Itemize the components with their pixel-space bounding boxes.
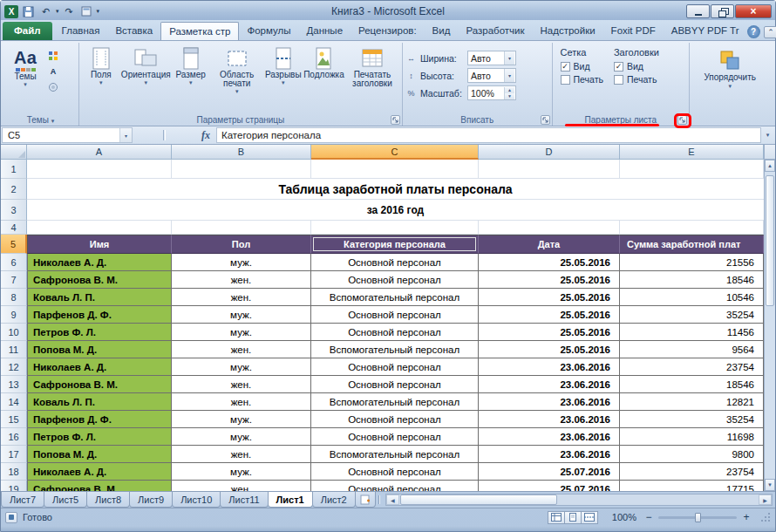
cell[interactable]: Сафронова В. М. xyxy=(27,271,172,289)
gridlines-view-checkbox[interactable]: ✓ Вид xyxy=(561,61,603,72)
orientation-button[interactable]: Ориентация ▾ xyxy=(120,45,172,112)
width-select[interactable]: Авто▾ xyxy=(467,51,516,65)
zoom-track[interactable] xyxy=(658,516,737,519)
tab-page-layout[interactable]: Разметка стр xyxy=(160,22,239,40)
tab-view[interactable]: Вид xyxy=(425,22,459,40)
row-header[interactable]: 19 xyxy=(1,481,27,491)
tab-developer[interactable]: Разработчик xyxy=(458,22,532,40)
cell[interactable]: 23754 xyxy=(620,463,764,481)
cell[interactable]: жен. xyxy=(172,481,311,491)
cell[interactable]: 25.05.2016 xyxy=(479,341,620,358)
print-titles-button[interactable]: Печатать заголовки xyxy=(345,45,399,112)
help-icon[interactable]: ? xyxy=(747,25,760,38)
name-box-dropdown-icon[interactable]: ▾ xyxy=(119,128,132,142)
cell[interactable]: Попова М. Д. xyxy=(27,341,172,358)
theme-colors-button[interactable] xyxy=(45,49,61,63)
header-cell[interactable]: Пол xyxy=(172,235,311,254)
cell[interactable]: 25.05.2016 xyxy=(479,289,620,306)
table-subtitle-cell[interactable]: за 2016 год xyxy=(27,200,764,221)
save-button[interactable] xyxy=(21,4,36,18)
scale-stepper[interactable]: 100%▲▼ xyxy=(467,85,516,100)
normal-view-button[interactable] xyxy=(548,511,565,524)
cell[interactable]: Основной персонал xyxy=(311,376,479,393)
cell[interactable]: муж. xyxy=(172,254,311,271)
column-header-selected[interactable]: C xyxy=(311,145,479,160)
cell[interactable]: Основной персонал xyxy=(311,463,479,481)
cell[interactable]: Сафронова В. М. xyxy=(27,376,172,393)
cell[interactable]: 21556 xyxy=(620,254,764,271)
page-setup-dialog-launcher[interactable] xyxy=(391,115,400,125)
tab-review[interactable]: Рецензиров: xyxy=(351,22,425,40)
row-header[interactable]: 17 xyxy=(1,446,27,463)
table-title-cell[interactable]: Таблица заработной платы персонала xyxy=(27,179,764,200)
sheet-tab[interactable]: Лист8 xyxy=(86,492,130,508)
scroll-down-icon[interactable]: ▼ xyxy=(765,479,775,491)
cell[interactable]: Петров Ф. Л. xyxy=(27,324,172,341)
headings-print-checkbox[interactable]: Печать xyxy=(614,74,659,85)
tab-splitter-handle[interactable] xyxy=(376,492,383,508)
cell[interactable] xyxy=(27,160,172,179)
breaks-button[interactable]: Разрывы ▾ xyxy=(264,45,303,112)
cell[interactable]: 25.07.2016 xyxy=(479,463,620,481)
cell[interactable]: жен. xyxy=(172,341,311,358)
cell[interactable]: 25.05.2016 xyxy=(479,271,620,289)
sheet-tab[interactable]: Лист10 xyxy=(172,492,221,508)
collapse-ribbon-button[interactable]: ⌃ xyxy=(764,26,776,38)
row-header[interactable]: 4 xyxy=(1,221,27,235)
cell[interactable]: жен. xyxy=(172,446,311,463)
row-header[interactable]: 13 xyxy=(1,376,27,393)
cell[interactable]: Парфенов Д. Ф. xyxy=(27,411,172,428)
cell[interactable] xyxy=(620,160,764,179)
scroll-up-icon[interactable]: ▲ xyxy=(765,160,775,172)
column-header[interactable]: D xyxy=(479,145,620,160)
cell[interactable]: жен. xyxy=(172,271,311,289)
margins-button[interactable]: Поля ▾ xyxy=(82,45,120,112)
tab-data[interactable]: Данные xyxy=(298,22,351,40)
sheet-tab[interactable]: Лист1 xyxy=(268,492,313,508)
row-header[interactable]: 18 xyxy=(1,463,27,481)
cell[interactable]: Попова М. Д. xyxy=(27,446,172,463)
cell[interactable]: жен. xyxy=(172,393,311,411)
tab-abbyy-pdf[interactable]: ABBYY PDF Tr xyxy=(664,22,747,40)
sheet-tab[interactable]: Лист5 xyxy=(44,492,87,508)
row-header[interactable]: 10 xyxy=(1,324,27,341)
cell[interactable]: Коваль Л. П. xyxy=(27,289,172,306)
cell[interactable]: 23.06.2016 xyxy=(479,376,620,393)
arrange-button[interactable]: Упорядочить ▾ xyxy=(692,45,767,112)
resize-grip[interactable] xyxy=(760,512,771,522)
sheet-tab[interactable]: Лист11 xyxy=(220,492,268,508)
cell[interactable]: 11456 xyxy=(620,324,764,341)
page-break-view-button[interactable] xyxy=(581,511,598,524)
cell[interactable] xyxy=(479,160,620,179)
theme-fonts-button[interactable]: A xyxy=(45,65,61,78)
excel-app-icon[interactable]: X xyxy=(4,5,18,18)
cell[interactable] xyxy=(479,221,620,235)
cell[interactable] xyxy=(27,221,172,235)
name-box[interactable]: C5 ▾ xyxy=(2,127,133,143)
tab-file[interactable]: Файл xyxy=(3,22,52,40)
cell[interactable]: Петров Ф. Л. xyxy=(27,428,172,446)
cell[interactable]: 25.05.2016 xyxy=(479,254,620,271)
cell[interactable] xyxy=(172,160,311,179)
cell[interactable]: 25.05.2016 xyxy=(479,324,620,341)
cell[interactable]: Николаев А. Д. xyxy=(27,463,172,481)
row-header[interactable]: 3 xyxy=(1,200,27,221)
cell[interactable] xyxy=(311,160,479,179)
cell[interactable]: Основной персонал xyxy=(311,324,479,341)
cell[interactable]: 23754 xyxy=(620,358,764,376)
tab-insert[interactable]: Вставка xyxy=(107,22,160,40)
gridlines-print-checkbox[interactable]: Печать xyxy=(561,74,603,85)
cell[interactable]: Вспомогательный персонал xyxy=(311,446,479,463)
cell[interactable]: Основной персонал xyxy=(311,428,479,446)
cell[interactable]: Основной персонал xyxy=(311,481,479,491)
vertical-scrollbar[interactable]: ▲ ▼ xyxy=(764,145,775,491)
zoom-thumb[interactable] xyxy=(695,513,701,522)
row-header[interactable]: 7 xyxy=(1,271,27,289)
row-header[interactable]: 15 xyxy=(1,411,27,428)
cell[interactable]: муж. xyxy=(172,324,311,341)
cell[interactable]: 23.06.2016 xyxy=(479,446,620,463)
sheet-tab[interactable]: Лист9 xyxy=(129,492,173,508)
cell[interactable]: муж. xyxy=(172,411,311,428)
undo-button[interactable]: ↶ xyxy=(38,4,53,18)
scroll-left-icon[interactable]: ◀ xyxy=(386,494,399,505)
